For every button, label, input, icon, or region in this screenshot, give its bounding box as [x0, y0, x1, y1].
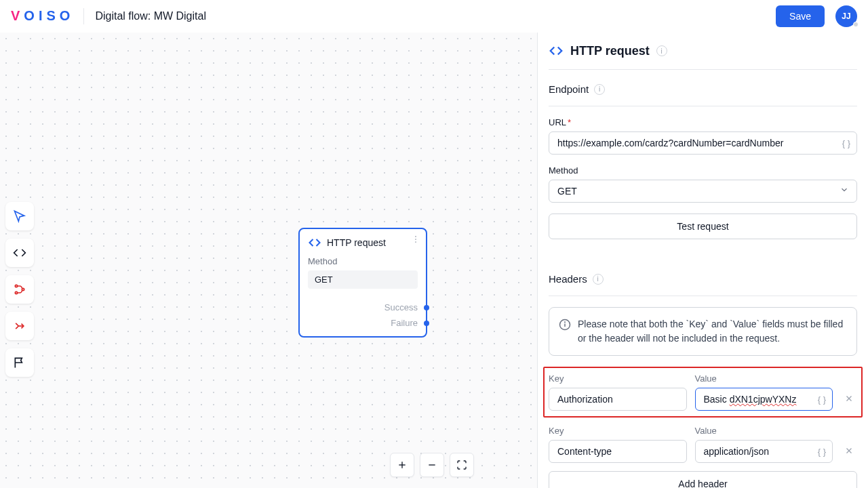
info-icon[interactable]: i — [593, 274, 604, 285]
node-title: HTTP request — [327, 237, 386, 248]
header-row-1: Key Value Basic dXN1cjpwYXNz { } — [543, 367, 863, 418]
code-tool[interactable] — [5, 239, 34, 267]
info-icon — [559, 319, 571, 331]
node-port-success[interactable] — [424, 305, 429, 310]
node-menu-icon[interactable] — [411, 235, 420, 247]
headers-notice: Please note that both the `Key` and `Val… — [549, 307, 857, 356]
logo: VOISO — [11, 8, 73, 24]
flow-canvas[interactable]: HTTP request Method GET Success Failure — [0, 33, 537, 488]
header-value-input[interactable] — [695, 440, 833, 463]
endpoint-title: Endpoint — [549, 83, 589, 95]
node-port-failure[interactable] — [424, 321, 429, 326]
svg-point-2 — [22, 288, 24, 290]
node-header: HTTP request — [300, 229, 426, 256]
headers-section: Headers i Please note that both the `Key… — [549, 260, 857, 488]
svg-point-0 — [15, 285, 17, 287]
notice-text: Please note that both the `Key` and `Val… — [578, 317, 847, 346]
zoom-in-button[interactable] — [390, 453, 414, 477]
avatar[interactable]: JJ — [835, 5, 857, 27]
code-icon — [549, 43, 564, 58]
braces-icon[interactable]: { } — [842, 138, 850, 148]
method-select[interactable]: GET — [549, 180, 857, 203]
output-success-label: Success — [384, 302, 418, 312]
key-label: Key — [549, 373, 687, 384]
info-icon[interactable]: i — [594, 84, 605, 95]
header-key-input[interactable] — [549, 388, 687, 411]
url-input[interactable] — [549, 131, 857, 155]
page-title: Digital flow: MW Digital — [95, 10, 206, 22]
header-key-input[interactable] — [549, 440, 687, 463]
avatar-status — [853, 22, 859, 27]
http-request-node[interactable]: HTTP request Method GET Success Failure — [298, 228, 427, 338]
node-outputs: Success Failure — [300, 297, 426, 336]
svg-point-4 — [415, 239, 416, 240]
canvas-toolbar — [5, 202, 43, 382]
remove-header-button[interactable] — [841, 443, 857, 459]
key-label: Key — [549, 426, 687, 436]
output-failure-label: Failure — [391, 318, 418, 328]
svg-point-3 — [415, 236, 416, 237]
svg-point-5 — [415, 241, 416, 243]
headers-title: Headers — [549, 273, 587, 285]
method-label: Method — [549, 165, 857, 176]
avatar-initials: JJ — [842, 12, 850, 21]
zoom-controls — [390, 453, 474, 477]
node-method-value: GET — [308, 270, 418, 289]
fit-screen-button[interactable] — [450, 453, 474, 477]
node-method-label: Method — [308, 256, 418, 266]
info-icon[interactable]: i — [656, 45, 667, 56]
value-label: Value — [695, 373, 833, 384]
branch-tool[interactable] — [5, 275, 34, 304]
endpoint-section: Endpoint i URL* { } Method GET — [549, 70, 857, 239]
redirect-tool[interactable] — [5, 312, 34, 340]
cursor-tool[interactable] — [5, 202, 34, 230]
node-body: Method GET — [300, 256, 426, 297]
svg-point-1 — [15, 291, 17, 293]
braces-icon[interactable]: { } — [818, 447, 826, 457]
flag-tool[interactable] — [5, 348, 34, 377]
test-request-button[interactable]: Test request — [549, 214, 857, 239]
divider — [83, 8, 84, 24]
value-label: Value — [695, 426, 833, 436]
node-output-success: Success — [308, 302, 418, 312]
code-icon — [308, 236, 321, 249]
svg-point-11 — [565, 322, 566, 323]
url-label: URL* — [549, 117, 857, 127]
braces-icon[interactable]: { } — [818, 394, 826, 405]
panel-title: HTTP request — [570, 44, 650, 58]
zoom-out-button[interactable] — [420, 453, 444, 477]
remove-header-button[interactable] — [841, 390, 857, 407]
header-row-2: Key Value { } — [549, 426, 857, 463]
panel-header: HTTP request i — [549, 43, 857, 70]
save-button[interactable]: Save — [776, 5, 825, 27]
properties-panel: HTTP request i Endpoint i URL* { } — [537, 33, 868, 488]
add-header-button[interactable]: Add header — [549, 471, 857, 488]
app-header: VOISO Digital flow: MW Digital Save JJ — [0, 0, 868, 33]
node-output-failure: Failure — [308, 318, 418, 328]
header-value-input[interactable]: Basic dXN1cjpwYXNz — [695, 388, 833, 411]
